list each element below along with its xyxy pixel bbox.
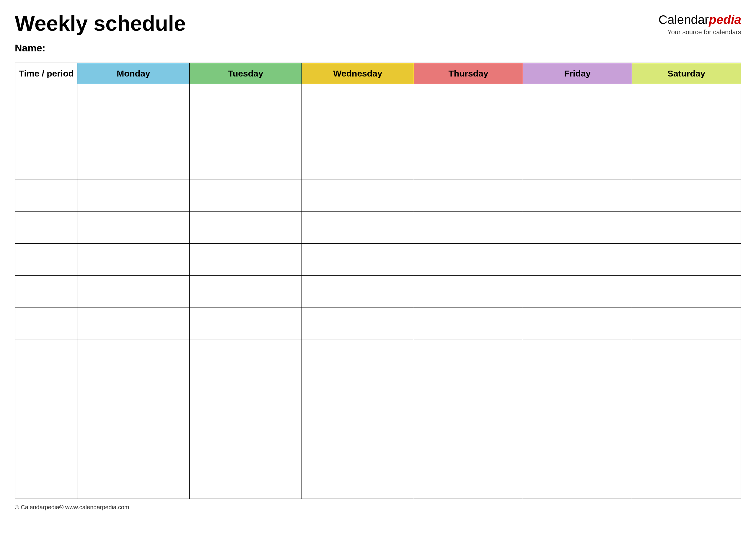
schedule-cell[interactable] — [523, 212, 632, 244]
schedule-cell[interactable] — [523, 84, 632, 116]
time-cell[interactable] — [15, 403, 77, 435]
schedule-cell[interactable] — [77, 371, 190, 403]
schedule-cell[interactable] — [77, 212, 190, 244]
footer-text: © Calendarpedia® www.calendarpedia.com — [15, 504, 741, 511]
schedule-cell[interactable] — [632, 435, 741, 467]
time-cell[interactable] — [15, 307, 77, 339]
schedule-cell[interactable] — [77, 180, 190, 212]
time-cell[interactable] — [15, 84, 77, 116]
schedule-cell[interactable] — [302, 148, 414, 180]
table-row — [15, 339, 741, 371]
schedule-cell[interactable] — [302, 435, 414, 467]
schedule-cell[interactable] — [523, 467, 632, 499]
schedule-cell[interactable] — [414, 435, 523, 467]
schedule-cell[interactable] — [632, 403, 741, 435]
schedule-cell[interactable] — [190, 371, 302, 403]
schedule-cell[interactable] — [632, 116, 741, 148]
header-thursday: Thursday — [414, 63, 523, 84]
schedule-cell[interactable] — [190, 148, 302, 180]
time-cell[interactable] — [15, 116, 77, 148]
time-cell[interactable] — [15, 371, 77, 403]
table-header-row: Time / period Monday Tuesday Wednesday T… — [15, 63, 741, 84]
schedule-cell[interactable] — [77, 116, 190, 148]
schedule-cell[interactable] — [632, 244, 741, 275]
schedule-cell[interactable] — [302, 212, 414, 244]
schedule-cell[interactable] — [77, 339, 190, 371]
table-row — [15, 84, 741, 116]
time-cell[interactable] — [15, 180, 77, 212]
schedule-cell[interactable] — [414, 212, 523, 244]
time-cell[interactable] — [15, 212, 77, 244]
schedule-cell[interactable] — [414, 371, 523, 403]
time-cell[interactable] — [15, 435, 77, 467]
schedule-cell[interactable] — [302, 244, 414, 275]
schedule-cell[interactable] — [190, 180, 302, 212]
schedule-cell[interactable] — [414, 180, 523, 212]
schedule-cell[interactable] — [632, 148, 741, 180]
schedule-cell[interactable] — [414, 148, 523, 180]
schedule-cell[interactable] — [302, 116, 414, 148]
schedule-cell[interactable] — [190, 116, 302, 148]
schedule-cell[interactable] — [523, 403, 632, 435]
time-cell[interactable] — [15, 244, 77, 275]
schedule-cell[interactable] — [302, 180, 414, 212]
schedule-cell[interactable] — [632, 371, 741, 403]
schedule-cell[interactable] — [190, 275, 302, 307]
brand-tagline: Your source for calendars — [659, 28, 741, 37]
schedule-cell[interactable] — [523, 371, 632, 403]
schedule-cell[interactable] — [77, 467, 190, 499]
schedule-cell[interactable] — [414, 275, 523, 307]
schedule-cell[interactable] — [523, 180, 632, 212]
table-row — [15, 244, 741, 275]
schedule-cell[interactable] — [632, 307, 741, 339]
schedule-cell[interactable] — [632, 339, 741, 371]
schedule-cell[interactable] — [414, 84, 523, 116]
schedule-cell[interactable] — [190, 339, 302, 371]
schedule-cell[interactable] — [190, 403, 302, 435]
schedule-cell[interactable] — [632, 180, 741, 212]
schedule-cell[interactable] — [414, 467, 523, 499]
schedule-cell[interactable] — [190, 84, 302, 116]
schedule-cell[interactable] — [77, 148, 190, 180]
schedule-cell[interactable] — [190, 212, 302, 244]
schedule-cell[interactable] — [77, 84, 190, 116]
schedule-cell[interactable] — [632, 467, 741, 499]
schedule-cell[interactable] — [523, 307, 632, 339]
schedule-cell[interactable] — [523, 116, 632, 148]
schedule-cell[interactable] — [190, 307, 302, 339]
schedule-cell[interactable] — [77, 307, 190, 339]
schedule-cell[interactable] — [77, 275, 190, 307]
schedule-cell[interactable] — [302, 307, 414, 339]
schedule-cell[interactable] — [77, 435, 190, 467]
schedule-cell[interactable] — [190, 244, 302, 275]
schedule-cell[interactable] — [414, 339, 523, 371]
schedule-cell[interactable] — [414, 116, 523, 148]
time-cell[interactable] — [15, 467, 77, 499]
time-cell[interactable] — [15, 275, 77, 307]
schedule-cell[interactable] — [302, 371, 414, 403]
schedule-cell[interactable] — [302, 339, 414, 371]
schedule-cell[interactable] — [414, 307, 523, 339]
schedule-cell[interactable] — [414, 403, 523, 435]
schedule-cell[interactable] — [302, 275, 414, 307]
header-monday: Monday — [77, 63, 190, 84]
schedule-cell[interactable] — [523, 244, 632, 275]
schedule-cell[interactable] — [523, 339, 632, 371]
schedule-cell[interactable] — [632, 212, 741, 244]
schedule-cell[interactable] — [302, 403, 414, 435]
header-tuesday: Tuesday — [190, 63, 302, 84]
schedule-cell[interactable] — [77, 403, 190, 435]
schedule-cell[interactable] — [632, 84, 741, 116]
schedule-cell[interactable] — [302, 84, 414, 116]
schedule-cell[interactable] — [523, 275, 632, 307]
schedule-cell[interactable] — [414, 244, 523, 275]
time-cell[interactable] — [15, 148, 77, 180]
schedule-cell[interactable] — [523, 435, 632, 467]
schedule-cell[interactable] — [190, 467, 302, 499]
schedule-cell[interactable] — [523, 148, 632, 180]
schedule-cell[interactable] — [302, 467, 414, 499]
schedule-cell[interactable] — [77, 244, 190, 275]
time-cell[interactable] — [15, 339, 77, 371]
schedule-cell[interactable] — [190, 435, 302, 467]
schedule-cell[interactable] — [632, 275, 741, 307]
